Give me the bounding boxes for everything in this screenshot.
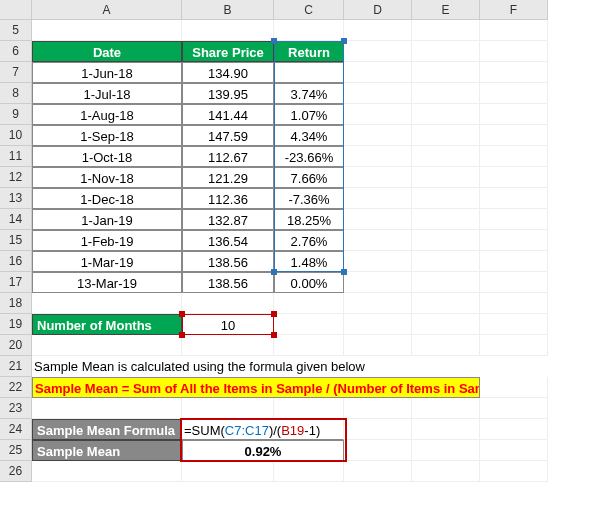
formula-cell[interactable]: =SUM(C7:C17)/(B19-1) — [182, 419, 344, 440]
empty-cell[interactable] — [412, 104, 480, 125]
empty-cell[interactable] — [344, 167, 412, 188]
empty-cell[interactable] — [480, 440, 548, 461]
row-header-18[interactable]: 18 — [0, 293, 32, 314]
price-cell[interactable]: 132.87 — [182, 209, 274, 230]
date-cell[interactable]: 1-Dec-18 — [32, 188, 182, 209]
empty-cell[interactable] — [182, 461, 274, 482]
row-header-6[interactable]: 6 — [0, 41, 32, 62]
col-header-f[interactable]: F — [480, 0, 548, 20]
empty-cell[interactable] — [480, 398, 548, 419]
row-header-20[interactable]: 20 — [0, 335, 32, 356]
price-cell[interactable]: 138.56 — [182, 272, 274, 293]
empty-cell[interactable] — [344, 146, 412, 167]
empty-cell[interactable] — [480, 419, 548, 440]
empty-cell[interactable] — [480, 125, 548, 146]
empty-cell[interactable] — [344, 461, 412, 482]
date-cell[interactable]: 1-Feb-19 — [32, 230, 182, 251]
price-cell[interactable]: 139.95 — [182, 83, 274, 104]
empty-cell[interactable] — [412, 440, 480, 461]
empty-cell[interactable] — [344, 230, 412, 251]
row-header-9[interactable]: 9 — [0, 104, 32, 125]
empty-cell[interactable] — [412, 62, 480, 83]
return-cell[interactable]: -7.36% — [274, 188, 344, 209]
empty-cell[interactable] — [344, 314, 412, 335]
empty-cell[interactable] — [344, 188, 412, 209]
empty-cell[interactable] — [344, 335, 412, 356]
empty-cell[interactable] — [344, 62, 412, 83]
date-cell[interactable]: 1-Jan-19 — [32, 209, 182, 230]
empty-cell[interactable] — [480, 20, 548, 41]
empty-cell[interactable] — [480, 209, 548, 230]
row-header-7[interactable]: 7 — [0, 62, 32, 83]
row-header-5[interactable]: 5 — [0, 20, 32, 41]
empty-cell[interactable] — [480, 167, 548, 188]
row-header-22[interactable]: 22 — [0, 377, 32, 398]
return-cell[interactable]: 2.76% — [274, 230, 344, 251]
select-all-corner[interactable] — [0, 0, 32, 20]
empty-cell[interactable] — [274, 293, 344, 314]
date-cell[interactable]: 1-Mar-19 — [32, 251, 182, 272]
empty-cell[interactable] — [480, 314, 548, 335]
empty-cell[interactable] — [182, 293, 274, 314]
date-cell[interactable]: 1-Sep-18 — [32, 125, 182, 146]
empty-cell[interactable] — [412, 125, 480, 146]
empty-cell[interactable] — [344, 272, 412, 293]
empty-cell[interactable] — [182, 398, 274, 419]
col-header-c[interactable]: C — [274, 0, 344, 20]
empty-cell[interactable] — [412, 398, 480, 419]
empty-cell[interactable] — [412, 293, 480, 314]
empty-cell[interactable] — [344, 440, 412, 461]
header-price[interactable]: Share Price — [182, 41, 274, 62]
price-cell[interactable]: 141.44 — [182, 104, 274, 125]
note-text[interactable]: Sample Mean is calculated using the form… — [32, 356, 548, 377]
row-header-25[interactable]: 25 — [0, 440, 32, 461]
empty-cell[interactable] — [344, 209, 412, 230]
empty-cell[interactable] — [274, 335, 344, 356]
empty-cell[interactable] — [480, 377, 548, 398]
formula-description[interactable]: Sample Mean = Sum of All the Items in Sa… — [32, 377, 480, 398]
row-header-24[interactable]: 24 — [0, 419, 32, 440]
empty-cell[interactable] — [480, 41, 548, 62]
result-label[interactable]: Sample Mean — [32, 440, 182, 461]
empty-cell[interactable] — [480, 62, 548, 83]
return-cell[interactable] — [274, 62, 344, 83]
return-cell[interactable]: 3.74% — [274, 83, 344, 104]
row-header-16[interactable]: 16 — [0, 251, 32, 272]
col-header-b[interactable]: B — [182, 0, 274, 20]
row-header-14[interactable]: 14 — [0, 209, 32, 230]
empty-cell[interactable] — [480, 251, 548, 272]
empty-cell[interactable] — [412, 251, 480, 272]
empty-cell[interactable] — [412, 272, 480, 293]
months-label[interactable]: Number of Months — [32, 314, 182, 335]
empty-cell[interactable] — [480, 83, 548, 104]
empty-cell[interactable] — [274, 314, 344, 335]
row-header-26[interactable]: 26 — [0, 461, 32, 482]
return-cell[interactable]: 1.48% — [274, 251, 344, 272]
col-header-e[interactable]: E — [412, 0, 480, 20]
row-header-23[interactable]: 23 — [0, 398, 32, 419]
empty-cell[interactable] — [480, 188, 548, 209]
empty-cell[interactable] — [480, 104, 548, 125]
empty-cell[interactable] — [344, 20, 412, 41]
empty-cell[interactable] — [480, 461, 548, 482]
result-value[interactable]: 0.92% — [182, 440, 344, 461]
empty-cell[interactable] — [344, 83, 412, 104]
empty-cell[interactable] — [274, 461, 344, 482]
date-cell[interactable]: 13-Mar-19 — [32, 272, 182, 293]
empty-cell[interactable] — [412, 209, 480, 230]
empty-cell[interactable] — [480, 272, 548, 293]
return-cell[interactable]: 18.25% — [274, 209, 344, 230]
empty-cell[interactable] — [412, 146, 480, 167]
price-cell[interactable]: 147.59 — [182, 125, 274, 146]
date-cell[interactable]: 1-Nov-18 — [32, 167, 182, 188]
empty-cell[interactable] — [32, 20, 182, 41]
return-cell[interactable]: 7.66% — [274, 167, 344, 188]
col-header-d[interactable]: D — [344, 0, 412, 20]
row-header-17[interactable]: 17 — [0, 272, 32, 293]
empty-cell[interactable] — [412, 188, 480, 209]
empty-cell[interactable] — [344, 104, 412, 125]
date-cell[interactable]: 1-Jul-18 — [32, 83, 182, 104]
row-header-12[interactable]: 12 — [0, 167, 32, 188]
empty-cell[interactable] — [412, 314, 480, 335]
row-header-11[interactable]: 11 — [0, 146, 32, 167]
